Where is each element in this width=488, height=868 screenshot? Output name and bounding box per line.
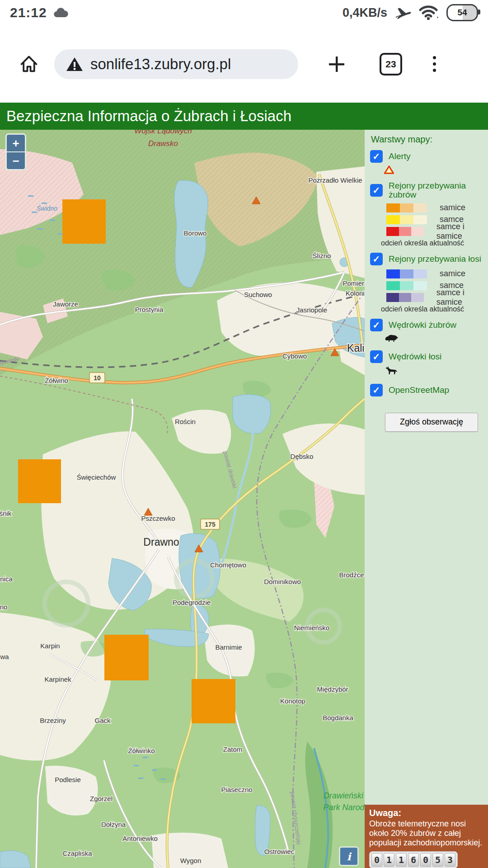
alert-triangle-icon <box>384 165 488 176</box>
map-label-town: Prostynia <box>135 306 164 313</box>
zoom-out-button[interactable]: − <box>7 152 25 169</box>
legend-row: samce i samice <box>386 292 488 303</box>
map-label-town: Kolonia <box>346 289 365 297</box>
map-label-town: Niemieńsko <box>294 624 329 632</box>
legend-row: samice <box>386 268 488 280</box>
svg-text:10: 10 <box>94 374 101 382</box>
map-label-town: Dębsko <box>291 453 314 460</box>
layer-row-rejony-losi: ✓Rejony przebywania łosi <box>370 253 488 265</box>
legend-swatches: samicesamcesamce i samice <box>384 202 488 237</box>
map-label-town: Dominikowo <box>264 578 301 585</box>
layer-rejony-zubrow: ✓Rejony przebywania żubrówsamicesamcesam… <box>370 181 488 247</box>
layer-wedrowki-zubrow: ✓Wędrówki żubrów <box>370 319 488 345</box>
zoom-in-button[interactable]: + <box>7 135 25 151</box>
map-label-town: Podlesie <box>55 776 81 783</box>
legend-swatches: samicesamcesamce i samice <box>384 268 488 303</box>
map-label-town: Karpin <box>40 642 60 650</box>
map-label-town: Cybowo <box>282 352 307 360</box>
url-bar[interactable]: sonlife13.zubry.org.pl <box>54 49 298 79</box>
layer-checkbox-openstreetmap[interactable]: ✓ <box>370 384 383 396</box>
layer-label: Wędrówki łosi <box>389 352 441 361</box>
page-header: Bezpieczna Informacja o Żubrach i Łosiac… <box>0 103 488 130</box>
map-label-town: Ślizno <box>313 252 331 259</box>
legend-row-label: samice <box>440 269 465 278</box>
layer-rejony-losi: ✓Rejony przebywania łosisamicesamcesamce… <box>370 253 488 313</box>
color-swatch <box>386 227 399 236</box>
map-label-water: Świdno <box>37 204 57 212</box>
map-label-city: Kalis <box>347 342 365 354</box>
layer-checkbox-rejony-losi[interactable]: ✓ <box>370 253 383 265</box>
map-label-town: Brodźce <box>339 571 364 579</box>
color-swatch <box>386 203 400 212</box>
layer-row-alerty: ✓Alerty <box>370 150 488 163</box>
color-swatch <box>386 215 400 224</box>
road-badge: 10 <box>89 373 105 383</box>
info-button[interactable]: i <box>339 846 359 866</box>
map-label-town: Pszczewko <box>141 514 175 522</box>
layer-wedrowki-losi: ✓Wędrówki łosi <box>370 350 488 378</box>
map-label-town: Barnimie <box>215 643 242 651</box>
browser-toolbar: sonlife13.zubry.org.pl 23 <box>0 25 488 103</box>
menu-button[interactable] <box>433 56 436 72</box>
legend-row: samice <box>386 202 488 214</box>
map-label-town: nica <box>0 575 13 583</box>
map-label-park: Drawieński <box>324 791 364 800</box>
map-label-military: Drawsko <box>148 139 178 148</box>
security-warning-icon[interactable] <box>66 57 83 72</box>
color-swatch <box>386 269 400 278</box>
home-button[interactable] <box>17 52 41 76</box>
layer-checkbox-alerty[interactable]: ✓ <box>370 150 383 163</box>
map-label-town: Żółwinko <box>128 747 155 755</box>
counter-digit: 0 <box>420 853 431 867</box>
map-label-town: Konotop <box>280 697 305 705</box>
tab-switcher-button[interactable]: 23 <box>380 53 402 75</box>
map-label-town: Żółwino <box>45 377 68 384</box>
layer-label: Rejony przebywania żubrów <box>389 181 488 199</box>
map-label-town: Czapliska <box>62 849 92 857</box>
map-label-town: Brzeziny <box>40 717 66 724</box>
counter-digit: 3 <box>445 853 455 867</box>
network-speed: 0,4KB/s <box>343 6 387 20</box>
layer-row-wedrowki-zubrow: ✓Wędrówki żubrów <box>370 319 488 331</box>
counter-digit: 0 <box>371 853 382 867</box>
map-label-town: Ostrowiec <box>264 848 295 855</box>
panel-title: Warstwy mapy: <box>371 134 488 145</box>
map-label-city: Drawno <box>143 536 179 548</box>
color-swatch <box>386 281 400 290</box>
layer-row-rejony-zubrow: ✓Rejony przebywania żubrów <box>370 181 488 199</box>
layer-checkbox-wedrowki-zubrow[interactable]: ✓ <box>370 319 383 331</box>
color-swatch <box>399 293 412 302</box>
wifi-icon <box>419 5 440 21</box>
counter-digit: 1 <box>396 853 407 867</box>
moose-icon <box>384 366 488 378</box>
map-label-town: Pomierz <box>343 279 365 287</box>
color-swatch <box>411 293 424 302</box>
layer-openstreetmap: ✓OpenStreetMap <box>370 384 488 396</box>
color-swatch <box>413 215 427 224</box>
color-swatch <box>400 203 413 212</box>
color-swatch <box>413 203 427 212</box>
legend-row-label: samce i samice <box>436 222 488 241</box>
map-container[interactable]: 10175Wojsk LądowychDrawskoPożrzadło Wiel… <box>0 130 365 868</box>
map-label-town: no <box>0 603 7 611</box>
layer-label: OpenStreetMap <box>389 386 449 395</box>
road-badge: 175 <box>201 519 220 529</box>
map-label-town: Pożrzadło Wielkie <box>308 176 362 184</box>
visit-counter: 0116053 <box>369 851 458 868</box>
bison-area-square <box>18 459 61 503</box>
map-label-town: Dołżyna <box>101 821 126 828</box>
layer-label: Rejony przebywania łosi <box>389 255 481 264</box>
layer-checkbox-rejony-zubrow[interactable]: ✓ <box>370 184 383 197</box>
report-observation-button[interactable]: Zgłoś obserwację <box>385 413 478 432</box>
color-swatch <box>399 227 412 236</box>
new-tab-button[interactable] <box>326 54 347 75</box>
layer-label: Alerty <box>389 152 411 161</box>
url-text[interactable]: sonlife13.zubry.org.pl <box>90 56 231 73</box>
map-label-town: wa <box>0 653 9 660</box>
svg-text:175: 175 <box>205 521 216 528</box>
layer-checkbox-wedrowki-losi[interactable]: ✓ <box>370 350 383 363</box>
map-label-town: Suchowo <box>244 291 272 298</box>
map-canvas[interactable]: 10175Wojsk LądowychDrawskoPożrzadło Wiel… <box>0 130 365 868</box>
map-label-town: Podegrodzie <box>173 599 211 606</box>
map-label-town: Jaworze <box>53 300 78 308</box>
